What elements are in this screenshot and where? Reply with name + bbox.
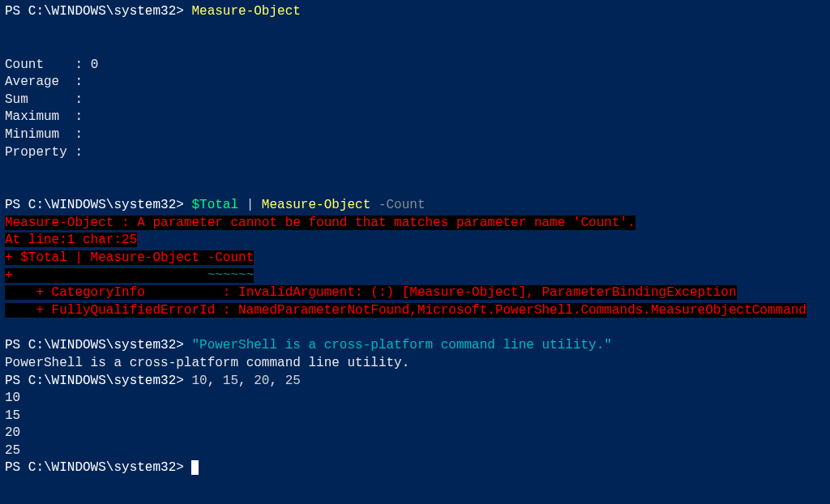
error-line-1: Measure-Object : A parameter cannot be f… [5,215,825,233]
output-average: Average : [5,74,825,92]
command-measure-object: Measure-Object [262,198,370,212]
variable-total: $Total [191,198,238,212]
error-line-3: + $Total | Measure-Object -Count [5,250,825,267]
output-count: Count : 0 [5,57,825,75]
blank-line [5,161,825,197]
command-line-5[interactable]: PS C:\WINDOWS\system32> [5,459,825,477]
output-sum: Sum : [5,92,825,109]
param-count: -Count [370,198,425,212]
error-line-2: At line:1 char:25 [5,232,825,250]
output-minimum: Minimum : [5,126,825,144]
cursor-icon [191,460,199,475]
blank-line [5,21,825,57]
command-measure-object: Measure-Object [191,4,300,19]
output-maximum: Maximum : [5,109,825,126]
error-line-4: + ~~~~~~ [5,267,825,285]
output-number: 15 [5,408,825,425]
number-literal: 20 [254,374,269,388]
prompt: PS C:\WINDOWS\system32> [5,374,191,388]
command-line-3: PS C:\WINDOWS\system32> "PowerShell is a… [5,337,825,355]
prompt: PS C:\WINDOWS\system32> [5,198,191,212]
number-literal: 15 [223,374,238,388]
prompt: PS C:\WINDOWS\system32> [5,460,191,475]
output-number: 10 [5,390,825,408]
command-line-2: PS C:\WINDOWS\system32> $Total | Measure… [5,197,825,215]
output-number: 25 [5,442,825,460]
output-property: Property : [5,144,825,162]
number-literal: 25 [285,374,301,388]
error-line-6: + FullyQualifiedErrorId : NamedParameter… [5,302,825,320]
number-literal: 10 [191,374,207,388]
output-number: 20 [5,425,825,442]
string-literal: "PowerShell is a cross-platform command … [191,338,611,352]
prompt: PS C:\WINDOWS\system32> [5,338,191,352]
prompt: PS C:\WINDOWS\system32> [5,4,191,19]
blank-line [5,319,825,337]
command-line-4: PS C:\WINDOWS\system32> 10, 15, 20, 25 [5,373,825,391]
pipe: | [238,198,262,212]
error-line-5: + CategoryInfo : InvalidArgument: (:) [M… [5,284,825,302]
command-line-1: PS C:\WINDOWS\system32> Measure-Object [5,3,825,21]
terminal-content[interactable]: PS C:\WINDOWS\system32> Measure-Object C… [5,3,825,477]
output-string: PowerShell is a cross-platform command l… [5,355,825,373]
